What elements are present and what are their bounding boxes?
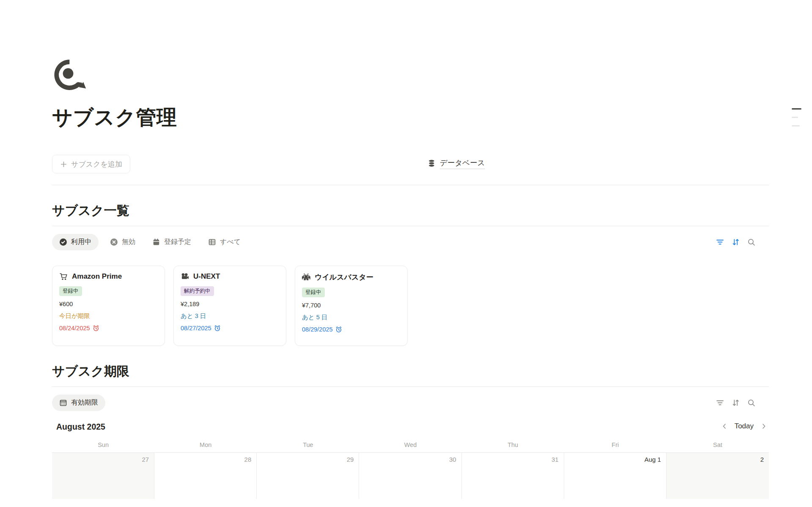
subscription-cards: Amazon Prime 登録中 ¥600 今日が期限 08/24/2025 <box>52 266 769 346</box>
calendar-grid-icon <box>59 399 67 407</box>
page-repeat-icon[interactable] <box>52 55 88 95</box>
card-title: Amazon Prime <box>72 272 122 281</box>
database-icon <box>428 159 436 167</box>
deadline-heading: サブスク期限 <box>52 363 769 380</box>
tab-active-subscriptions[interactable]: 利用中 <box>52 234 99 250</box>
weekday-label: Sat <box>667 440 769 452</box>
alarm-clock-icon <box>93 325 99 332</box>
filter-icon[interactable] <box>716 398 724 407</box>
card-deadline-status: あと 3 日 <box>181 312 279 320</box>
card-header: ウイルスバスター <box>302 272 401 282</box>
card-date[interactable]: 08/27/2025 <box>181 325 279 332</box>
search-icon[interactable] <box>747 398 755 407</box>
search-icon[interactable] <box>747 238 755 246</box>
weekday-label: Fri <box>564 440 667 452</box>
space-invader-icon <box>302 273 310 282</box>
subscription-card[interactable]: Amazon Prime 登録中 ¥600 今日が期限 08/24/2025 <box>52 266 165 346</box>
calendar-header: August 2025 Today <box>52 422 769 434</box>
card-header: Amazon Prime <box>59 272 158 281</box>
weekday-label: Sun <box>52 440 154 452</box>
tab-label: 利用中 <box>71 238 91 247</box>
card-price: ¥600 <box>59 301 158 307</box>
divider <box>52 185 769 185</box>
status-badge: 解約予約中 <box>181 286 214 296</box>
calendar-cell[interactable]: Aug 1 <box>564 453 667 499</box>
subs-list-tabs: 利用中 無効 登録予定 <box>52 233 769 251</box>
table-icon <box>208 238 216 246</box>
weekday-label: Wed <box>359 440 461 452</box>
card-date-label: 08/27/2025 <box>181 325 211 332</box>
calendar-cell[interactable]: 28 <box>154 453 257 499</box>
calendar-month-label: August 2025 <box>56 422 105 432</box>
calendar-icon <box>152 238 160 246</box>
card-date-label: 08/24/2025 <box>59 325 90 332</box>
today-button[interactable]: Today <box>735 422 754 430</box>
filter-icon[interactable] <box>716 238 724 246</box>
card-deadline-status: あと 5 日 <box>302 313 401 321</box>
alarm-clock-icon <box>214 325 221 332</box>
shopping-cart-icon <box>59 272 68 281</box>
tab-label: 有効期限 <box>71 398 98 407</box>
tab-planned-subscriptions[interactable]: 登録予定 <box>147 234 197 250</box>
card-price: ¥7,700 <box>302 302 401 309</box>
card-date[interactable]: 08/29/2025 <box>302 326 401 333</box>
outline-bar <box>792 108 801 110</box>
subscription-card[interactable]: ウイルスバスター 登録中 ¥7,700 あと 5 日 08/29/2025 <box>295 266 408 346</box>
view-divider <box>52 386 769 387</box>
calendar-grid: 27 28 29 30 31 Aug 1 2 <box>52 452 769 499</box>
card-header: U-NEXT <box>181 272 279 281</box>
calendar-cell[interactable]: 30 <box>359 453 461 499</box>
tab-disabled-subscriptions[interactable]: 無効 <box>104 234 141 250</box>
plus-icon <box>60 161 67 168</box>
alarm-clock-icon <box>335 326 342 333</box>
tab-label: 登録予定 <box>164 238 191 247</box>
subs-list-heading: サブスク一覧 <box>52 202 769 219</box>
sort-icon[interactable] <box>731 398 740 407</box>
card-title: U-NEXT <box>193 272 220 281</box>
tab-label: すべて <box>220 238 241 247</box>
outline-bar <box>792 117 798 118</box>
action-row: サブスクを追加 データベース <box>52 155 769 173</box>
view-controls <box>716 398 755 407</box>
page-title: サブスク管理 <box>52 104 769 131</box>
database-link-label: データベース <box>440 158 485 169</box>
tab-label: 無効 <box>122 238 135 247</box>
card-deadline-status: 今日が期限 <box>59 312 158 320</box>
calendar-cell[interactable]: 29 <box>257 453 359 499</box>
deadline-tabs: 有効期限 <box>52 393 769 412</box>
sort-icon[interactable] <box>731 238 740 246</box>
weekday-label: Thu <box>462 440 564 452</box>
add-subscription-button[interactable]: サブスクを追加 <box>52 155 130 173</box>
status-badge: 登録中 <box>59 286 82 296</box>
x-circle-icon <box>110 238 118 246</box>
chevron-left-icon[interactable] <box>721 423 728 430</box>
page-content: サブスク管理 サブスクを追加 データベース サブスク一覧 <box>52 0 769 499</box>
card-date-label: 08/29/2025 <box>302 326 333 333</box>
weekday-header: Sun Mon Tue Wed Thu Fri Sat <box>52 440 769 452</box>
status-badge: 登録中 <box>302 288 325 297</box>
movie-camera-icon <box>181 272 189 281</box>
view-divider <box>52 226 769 226</box>
weekday-label: Tue <box>257 440 359 452</box>
tab-validity-calendar[interactable]: 有効期限 <box>52 395 105 411</box>
weekday-label: Mon <box>154 440 257 452</box>
check-circle-icon <box>59 238 67 246</box>
outline-bar <box>792 125 800 126</box>
tab-all-subscriptions[interactable]: すべて <box>203 234 246 250</box>
card-price: ¥2,189 <box>181 301 279 307</box>
add-subscription-label: サブスクを追加 <box>71 159 122 169</box>
calendar-cell[interactable]: 31 <box>462 453 564 499</box>
calendar-cell[interactable]: 2 <box>667 453 769 499</box>
chevron-right-icon[interactable] <box>760 423 767 430</box>
calendar-nav: Today <box>721 422 767 430</box>
subscription-card[interactable]: U-NEXT 解約予約中 ¥2,189 あと 3 日 08/27/2025 <box>173 266 286 346</box>
outline-indicator[interactable] <box>792 108 801 134</box>
card-title: ウイルスバスター <box>315 272 373 282</box>
card-date[interactable]: 08/24/2025 <box>59 325 158 332</box>
database-link[interactable]: データベース <box>428 158 485 169</box>
calendar-cell[interactable]: 27 <box>52 453 154 499</box>
view-controls <box>716 238 755 246</box>
